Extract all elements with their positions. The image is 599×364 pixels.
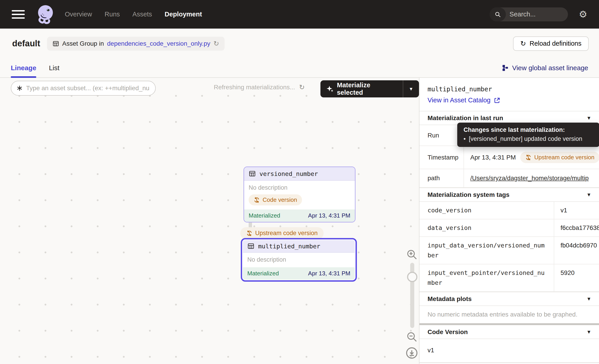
lineage-graph-icon [501,64,509,71]
collapse-caret-icon[interactable]: ▼ [586,115,591,121]
tag-value: f6ccba177638 [554,219,599,236]
primary-nav: Overview Runs Assets Deployment [65,11,202,18]
global-search[interactable]: / [490,8,568,21]
section-system-tags[interactable]: Materialization system tags ▼ [419,188,599,202]
reload-definitions-button[interactable]: ↻ Reload definitions [513,36,589,51]
tag-value: v1 [554,202,599,219]
settings-gear-icon[interactable]: ⚙ [579,10,587,19]
refresh-icon[interactable]: ↻ [213,40,219,47]
code-version-changed-icon [254,197,260,203]
code-version-tag[interactable]: Code version [249,194,302,205]
materialized-status: Materialized [249,212,280,219]
upstream-code-version-badge[interactable]: Upstream code version [520,152,599,163]
nav-item-runs[interactable]: Runs [105,11,120,18]
view-global-asset-lineage-link[interactable]: View global asset lineage [501,64,588,72]
reload-definitions-label: Reload definitions [529,40,581,47]
dagster-logo-icon[interactable] [35,4,54,25]
code-version-tag-label: Code version [263,196,297,203]
sparkle-icon [326,85,334,93]
asset-description: No description [247,256,350,263]
materialize-dropdown-button[interactable]: ▾ [403,80,419,97]
section-heading: Materialization system tags [428,191,510,199]
collapse-caret-icon[interactable]: ▼ [586,329,591,335]
tooltip-heading: Changes since last materialization: [464,126,593,133]
materialize-selected-button[interactable]: Materialize selected ▾ [320,80,419,97]
row-label: path [419,169,464,187]
tabs-bar: Lineage List View global asset lineage [0,59,599,78]
changes-tooltip: Changes since last materialization: • [v… [457,123,599,147]
refreshing-label: Refreshing materializations... [214,84,295,91]
tag-key: input_data_version/versioned_number [419,237,554,264]
asset-table-icon [247,243,255,250]
refreshing-status: Refreshing materializations... ↻ [214,84,305,91]
zoom-out-icon[interactable] [406,331,418,343]
nav-item-assets[interactable]: Assets [132,11,152,18]
materialized-timestamp[interactable]: Apr 13, 4:31 PM [308,270,350,277]
tag-value: 5920 [554,264,599,291]
path-link[interactable]: /Users/sryza/dagster_home/storage/multip [470,174,589,182]
row-label: Timestamp [419,146,464,169]
search-input[interactable] [506,11,568,18]
nav-item-overview[interactable]: Overview [65,11,92,18]
download-view-icon[interactable] [405,347,418,359]
asset-node-versioned-number[interactable]: versioned_number No description Code ver… [244,166,355,223]
metadata-plots-empty-message: No numeric metadata entries available to… [419,306,599,323]
bullet-icon: • [464,135,466,142]
tag-row: code_version v1 [419,202,599,219]
collapse-caret-icon[interactable]: ▼ [586,296,591,302]
section-metadata-plots[interactable]: Metadata plots ▼ [419,292,599,306]
section-config[interactable]: Config [419,363,599,364]
timestamp-row: Timestamp Apr 13, 4:31 PM Upstream code … [419,146,599,169]
asset-group-file-link[interactable]: dependencies_code_version_only.py [107,40,210,47]
path-row: path /Users/sryza/dagster_home/storage/m… [419,169,599,188]
refreshing-spinner-icon[interactable]: ↻ [299,84,305,91]
asset-group-label: Asset Group in [62,40,104,47]
tab-list[interactable]: List [49,59,59,77]
hamburger-menu-icon[interactable] [12,10,25,19]
section-code-version[interactable]: Code Version ▼ [419,325,599,339]
code-version-changed-icon [525,154,531,161]
tag-key: code_version [419,202,554,219]
asset-subset-filter[interactable] [11,81,156,95]
zoom-in-icon[interactable] [406,248,418,260]
badge-label: Upstream code version [534,154,594,161]
asset-subset-input[interactable] [26,85,150,92]
asset-name: multiplied_number [258,243,320,250]
code-version-value: v1 [419,339,599,363]
collapse-caret-icon[interactable]: ▼ [586,192,591,198]
materialized-status: Materialized [247,270,279,277]
tab-lineage[interactable]: Lineage [11,59,36,77]
section-heading: Metadata plots [428,295,472,303]
asset-details-panel: multiplied_number View in Asset Catalog … [419,78,599,364]
asset-status-footer: Materialized Apr 13, 4:31 PM [243,267,355,280]
tag-row: input_data_version/versioned_number fb04… [419,237,599,264]
top-nav-bar: Overview Runs Assets Deployment / ⚙ [0,0,599,29]
catalog-link-label: View in Asset Catalog [428,96,491,104]
tooltip-item-text: [versioned_number] updated code version [469,135,582,142]
tag-row: input_event_pointer/versioned_number 592… [419,264,599,292]
asset-table-icon [249,170,256,177]
asset-group-badge[interactable]: Asset Group in dependencies_code_version… [47,37,225,51]
view-global-label: View global asset lineage [512,64,588,72]
tag-value: fb04dcb6970 [554,237,599,264]
panel-asset-title: multiplied_number [428,86,599,93]
tag-row: data_version f6ccba177638 [419,219,599,237]
section-divider [419,323,599,325]
page-title: default [12,39,40,48]
nav-item-deployment[interactable]: Deployment [165,11,202,18]
lineage-canvas[interactable]: Refreshing materializations... ↻ Materia… [0,78,419,364]
materialized-timestamp[interactable]: Apr 13, 4:31 PM [308,212,350,219]
code-version-changed-icon [246,230,253,236]
upstream-code-version-tag[interactable]: Upstream code version [240,227,324,239]
zoom-slider-handle[interactable] [407,272,417,282]
view-in-asset-catalog-link[interactable]: View in Asset Catalog [428,96,599,104]
asset-node-multiplied-number[interactable]: multiplied_number No description Materia… [241,238,357,282]
asset-table-icon [53,40,59,47]
asset-description: No description [249,184,350,191]
asset-node-header: multiplied_number [243,240,355,253]
external-link-icon [494,97,501,104]
page-header: default Asset Group in dependencies_code… [0,29,599,59]
dagster-app: Overview Runs Assets Deployment / ⚙ defa… [0,0,599,364]
main-area: Refreshing materializations... ↻ Materia… [0,78,599,364]
timestamp-value[interactable]: Apr 13, 4:31 PM [470,154,516,161]
